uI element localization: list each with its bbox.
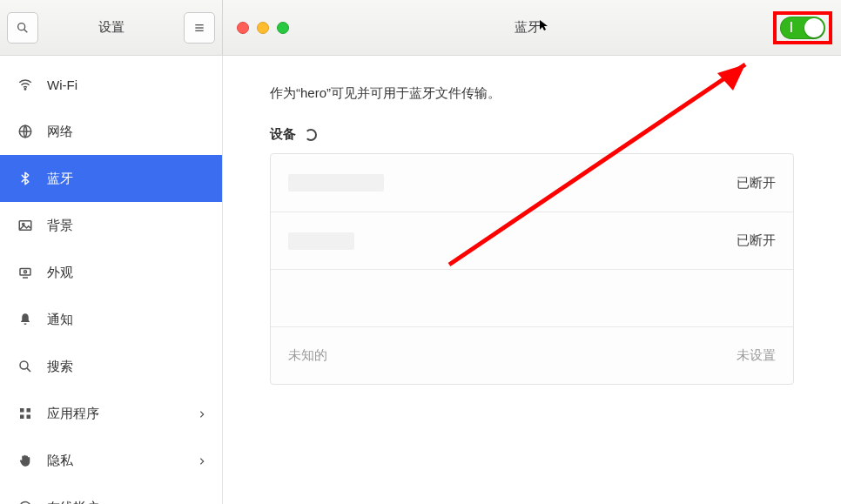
sidebar-item-bluetooth[interactable]: 蓝牙 xyxy=(0,155,222,202)
sidebar-item-label: 通知 xyxy=(47,312,73,328)
sidebar-item-label: 搜索 xyxy=(47,359,73,375)
appearance-icon xyxy=(16,265,35,280)
svg-point-0 xyxy=(18,23,25,30)
image-icon xyxy=(16,218,35,233)
sidebar-item-label: 应用程序 xyxy=(47,406,99,422)
sidebar-item-wifi[interactable]: Wi-Fi xyxy=(0,61,222,108)
panel-header: 蓝牙 xyxy=(223,0,841,55)
sidebar-item-label: 外观 xyxy=(47,265,73,281)
window-minimize-button[interactable] xyxy=(257,22,269,34)
sidebar-item-online-accounts[interactable]: 在线帐户 xyxy=(0,484,222,504)
svg-rect-17 xyxy=(27,415,31,420)
devices-list: 已断开 已断开 未知的 未设置 xyxy=(270,153,794,385)
panel-title: 蓝牙 xyxy=(223,19,841,36)
sidebar-item-label: 隐私 xyxy=(47,453,73,469)
device-row[interactable]: 已断开 xyxy=(271,212,793,269)
grid-icon xyxy=(16,406,35,421)
sidebar-item-applications[interactable]: 应用程序 xyxy=(0,390,222,437)
search-icon xyxy=(16,359,35,374)
globe-icon xyxy=(16,124,35,139)
toggle-knob xyxy=(804,18,824,37)
hamburger-icon xyxy=(192,21,206,35)
svg-line-13 xyxy=(27,368,30,372)
device-name-placeholder xyxy=(288,174,384,192)
top-bar: 设置 蓝牙 xyxy=(0,0,841,56)
device-status: 已断开 xyxy=(737,175,776,192)
sidebar-item-background[interactable]: 背景 xyxy=(0,202,222,249)
svg-rect-9 xyxy=(20,269,30,276)
at-icon xyxy=(16,500,35,504)
device-row[interactable] xyxy=(271,269,793,326)
sidebar: Wi-Fi 网络 蓝牙 背景 外观 xyxy=(0,56,223,504)
svg-rect-14 xyxy=(20,408,24,413)
device-status: 未设置 xyxy=(737,347,776,364)
settings-title: 设置 xyxy=(38,19,184,36)
chevron-right-icon xyxy=(198,407,206,421)
device-name-placeholder xyxy=(288,232,354,250)
device-row[interactable]: 已断开 xyxy=(271,154,793,212)
cursor-icon xyxy=(539,19,549,34)
search-button[interactable] xyxy=(7,12,38,44)
device-row[interactable]: 未知的 未设置 xyxy=(271,326,793,384)
loading-spinner-icon xyxy=(305,129,317,141)
svg-point-10 xyxy=(24,271,27,273)
menu-button[interactable] xyxy=(184,12,215,44)
chevron-right-icon xyxy=(198,454,206,468)
bluetooth-icon xyxy=(16,171,35,186)
sidebar-item-notifications[interactable]: 通知 xyxy=(0,296,222,343)
svg-point-5 xyxy=(24,89,26,91)
sidebar-item-label: 背景 xyxy=(47,218,73,234)
annotation-highlight-box xyxy=(773,11,832,44)
svg-rect-16 xyxy=(20,415,24,420)
bluetooth-panel: 作为“hero”可见并可用于蓝牙文件传输。 设备 已断开 已断开 未知的 未设置 xyxy=(223,56,841,504)
device-status: 已断开 xyxy=(737,232,776,249)
visibility-text: 作为“hero”可见并可用于蓝牙文件传输。 xyxy=(270,85,794,102)
sidebar-item-search[interactable]: 搜索 xyxy=(0,343,222,390)
body: Wi-Fi 网络 蓝牙 背景 外观 xyxy=(0,56,841,504)
hand-icon xyxy=(16,453,35,468)
sidebar-item-appearance[interactable]: 外观 xyxy=(0,249,222,296)
sidebar-item-label: 蓝牙 xyxy=(47,171,73,187)
wifi-icon xyxy=(16,77,35,92)
svg-point-12 xyxy=(20,361,28,369)
sidebar-item-label: 在线帐户 xyxy=(47,500,99,505)
sidebar-item-label: Wi-Fi xyxy=(47,77,77,92)
sidebar-item-label: 网络 xyxy=(47,124,73,140)
sidebar-header: 设置 xyxy=(0,0,223,55)
sidebar-item-privacy[interactable]: 隐私 xyxy=(0,437,222,484)
device-name: 未知的 xyxy=(288,347,327,364)
sidebar-item-network[interactable]: 网络 xyxy=(0,108,222,155)
bell-icon xyxy=(16,312,35,327)
window-controls xyxy=(237,22,289,34)
window-close-button[interactable] xyxy=(237,22,249,34)
bluetooth-toggle[interactable] xyxy=(780,17,825,39)
svg-line-1 xyxy=(24,29,28,32)
devices-header: 设备 xyxy=(270,126,794,143)
window-maximize-button[interactable] xyxy=(277,22,289,34)
search-icon xyxy=(16,21,30,35)
svg-rect-15 xyxy=(27,408,31,413)
devices-header-label: 设备 xyxy=(270,126,296,143)
